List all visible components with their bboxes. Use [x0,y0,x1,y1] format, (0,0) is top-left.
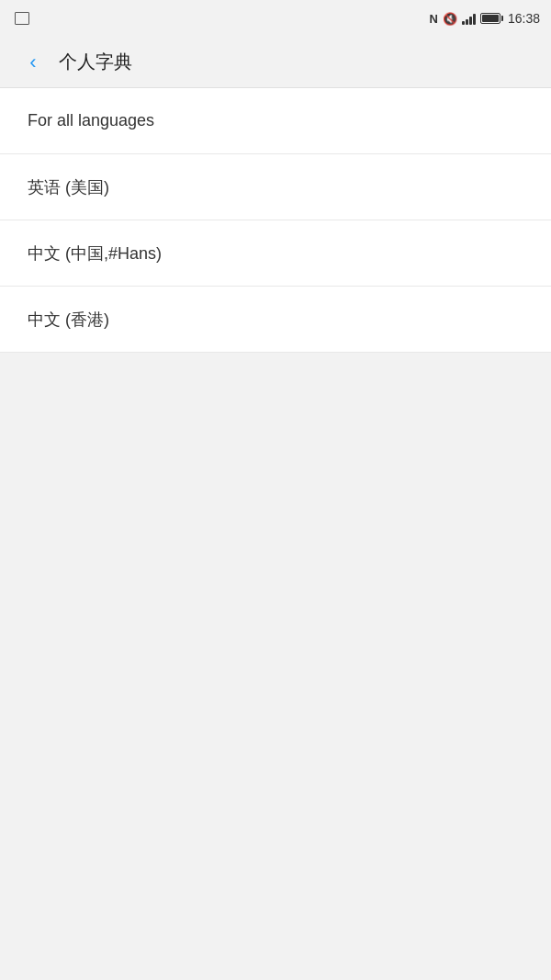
bottom-area [0,353,551,904]
status-bar-right: N 🔇 16:38 [430,11,540,26]
back-icon: ‹ [29,51,36,74]
status-bar: N 🔇 16:38 [0,0,551,37]
list-item-label-english-us: 英语 (美国) [28,176,109,198]
list-item-label-all-languages: For all languages [28,111,154,130]
list-item-chinese-hk[interactable]: 中文 (香港) [0,287,551,353]
app-bar: ‹ 个人字典 [0,37,551,88]
status-bar-left [11,12,424,25]
signal-bars-icon [462,12,476,25]
back-button[interactable]: ‹ [15,44,51,81]
list-item-label-chinese-hans: 中文 (中国,#Hans) [28,242,162,265]
status-time: 16:38 [508,11,540,26]
nfc-icon: N [430,12,438,26]
list-item-english-us[interactable]: 英语 (美国) [0,154,551,220]
mute-icon: 🔇 [443,12,457,26]
list-item-all-languages[interactable]: For all languages [0,88,551,154]
language-list: For all languages英语 (美国)中文 (中国,#Hans)中文 … [0,88,551,353]
battery-icon [480,13,503,24]
list-item-label-chinese-hk: 中文 (香港) [28,309,109,331]
list-item-chinese-hans[interactable]: 中文 (中国,#Hans) [0,220,551,287]
page-title: 个人字典 [59,50,132,74]
gallery-icon [15,12,29,25]
